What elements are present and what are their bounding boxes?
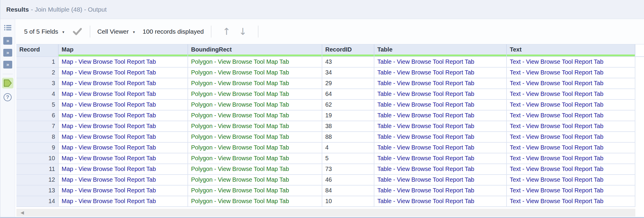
cell-record_id[interactable]: 62 [322,100,374,110]
fields-dropdown[interactable]: 5 of 5 Fields ▾ [24,28,64,35]
cell-record_id[interactable]: 5 [322,153,374,164]
cell-bounding_rect[interactable]: Polygon - View Browse Tool Map Tab [188,175,322,186]
cell-map[interactable]: Map - View Browse Tool Report Tab [59,186,188,196]
cell-text[interactable]: Text - View Browse Tool Report Tab [507,196,635,207]
apply-check-icon[interactable] [72,27,83,36]
cell-text[interactable]: Text - View Browse Tool Report Tab [507,121,635,132]
scroll-down-button[interactable]: ↓ [239,27,247,36]
cell-map[interactable]: Map - View Browse Tool Report Tab [59,121,188,132]
cell-record_id[interactable]: 64 [322,89,374,100]
cell-table[interactable]: Table - View Browse Tool Report Tab [374,100,507,110]
cell-record[interactable]: 11 [16,164,59,175]
cell-map[interactable]: Map - View Browse Tool Report Tab [59,175,188,186]
cell-map[interactable]: Map - View Browse Tool Report Tab [59,68,188,78]
cell-record[interactable]: 6 [16,110,59,121]
input-anchor-2-icon[interactable]: » [3,49,12,57]
cell-text[interactable]: Text - View Browse Tool Report Tab [507,57,635,68]
cell-bounding_rect[interactable]: Polygon - View Browse Tool Map Tab [188,100,322,110]
cell-map[interactable]: Map - View Browse Tool Report Tab [59,78,188,89]
cell-text[interactable]: Text - View Browse Tool Report Tab [507,164,635,175]
cell-record[interactable]: 12 [16,175,59,186]
cell-table[interactable]: Table - View Browse Tool Report Tab [374,78,507,89]
scroll-left-icon[interactable]: ◀ [21,210,24,215]
cell-text[interactable]: Text - View Browse Tool Report Tab [507,110,635,121]
cell-bounding_rect[interactable]: Polygon - View Browse Tool Map Tab [188,57,322,68]
cell-record_id[interactable]: 84 [322,186,374,196]
cell-record_id[interactable]: 19 [322,110,374,121]
cell-bounding_rect[interactable]: Polygon - View Browse Tool Map Tab [188,110,322,121]
cell-record[interactable]: 13 [16,186,59,196]
cell-record[interactable]: 14 [16,196,59,207]
cell-text[interactable]: Text - View Browse Tool Report Tab [507,143,635,153]
cell-record[interactable]: 9 [16,143,59,153]
cell-text[interactable]: Text - View Browse Tool Report Tab [507,78,635,89]
cell-text[interactable]: Text - View Browse Tool Report Tab [507,132,635,143]
help-icon[interactable]: ? [4,93,12,101]
column-header-table[interactable]: Table [374,44,507,56]
cell-record_id[interactable]: 73 [322,164,374,175]
cell-map[interactable]: Map - View Browse Tool Report Tab [59,89,188,100]
cell-map[interactable]: Map - View Browse Tool Report Tab [59,57,188,68]
column-header-bounding_rect[interactable]: BoundingRect [188,44,322,56]
cell-text[interactable]: Text - View Browse Tool Report Tab [507,153,635,164]
column-header-map[interactable]: Map [59,44,188,56]
output-anchor-icon[interactable] [2,78,13,88]
scroll-up-button[interactable]: ↑ [223,27,231,36]
input-anchor-3-icon[interactable]: » [3,61,12,68]
cell-bounding_rect[interactable]: Polygon - View Browse Tool Map Tab [188,196,322,207]
cell-record[interactable]: 3 [16,78,59,89]
cell-record[interactable]: 4 [16,89,59,100]
cell-table[interactable]: Table - View Browse Tool Report Tab [374,143,507,153]
cell-record_id[interactable]: 43 [322,57,374,68]
cell-map[interactable]: Map - View Browse Tool Report Tab [59,153,188,164]
cell-table[interactable]: Table - View Browse Tool Report Tab [374,132,507,143]
cell-record[interactable]: 5 [16,100,59,110]
cell-record_id[interactable]: 4 [322,143,374,153]
cell-table[interactable]: Table - View Browse Tool Report Tab [374,121,507,132]
cell-table[interactable]: Table - View Browse Tool Report Tab [374,164,507,175]
cell-text[interactable]: Text - View Browse Tool Report Tab [507,68,635,78]
cell-bounding_rect[interactable]: Polygon - View Browse Tool Map Tab [188,89,322,100]
cell-record[interactable]: 2 [16,68,59,78]
cell-table[interactable]: Table - View Browse Tool Report Tab [374,110,507,121]
cell-record_id[interactable]: 10 [322,196,374,207]
cell-map[interactable]: Map - View Browse Tool Report Tab [59,196,188,207]
cell-map[interactable]: Map - View Browse Tool Report Tab [59,143,188,153]
cell-text[interactable]: Text - View Browse Tool Report Tab [507,186,635,196]
horizontal-scrollbar[interactable]: ◀ [16,209,635,217]
cell-text[interactable]: Text - View Browse Tool Report Tab [507,89,635,100]
cell-bounding_rect[interactable]: Polygon - View Browse Tool Map Tab [188,78,322,89]
cell-bounding_rect[interactable]: Polygon - View Browse Tool Map Tab [188,186,322,196]
column-header-text[interactable]: Text [507,44,635,56]
cell-record[interactable]: 1 [16,57,59,68]
input-anchor-1-icon[interactable]: » [3,37,12,45]
cell-map[interactable]: Map - View Browse Tool Report Tab [59,110,188,121]
cell-map[interactable]: Map - View Browse Tool Report Tab [59,100,188,110]
cell-table[interactable]: Table - View Browse Tool Report Tab [374,68,507,78]
cell-record_id[interactable]: 34 [322,68,374,78]
cell-record_id[interactable]: 38 [322,121,374,132]
column-header-record[interactable]: Record [16,44,59,56]
cell-text[interactable]: Text - View Browse Tool Report Tab [507,175,635,186]
cell-bounding_rect[interactable]: Polygon - View Browse Tool Map Tab [188,121,322,132]
cell-record_id[interactable]: 88 [322,132,374,143]
cell-table[interactable]: Table - View Browse Tool Report Tab [374,186,507,196]
cell-table[interactable]: Table - View Browse Tool Report Tab [374,175,507,186]
cell-map[interactable]: Map - View Browse Tool Report Tab [59,132,188,143]
cell-table[interactable]: Table - View Browse Tool Report Tab [374,196,507,207]
cell-bounding_rect[interactable]: Polygon - View Browse Tool Map Tab [188,164,322,175]
cell-bounding_rect[interactable]: Polygon - View Browse Tool Map Tab [188,68,322,78]
metadata-list-icon[interactable] [3,24,12,32]
cell-map[interactable]: Map - View Browse Tool Report Tab [59,164,188,175]
cell-record[interactable]: 8 [16,132,59,143]
cell-table[interactable]: Table - View Browse Tool Report Tab [374,57,507,68]
cell-record[interactable]: 10 [16,153,59,164]
cell-table[interactable]: Table - View Browse Tool Report Tab [374,153,507,164]
cell-bounding_rect[interactable]: Polygon - View Browse Tool Map Tab [188,143,322,153]
cell-record[interactable]: 7 [16,121,59,132]
cell-table[interactable]: Table - View Browse Tool Report Tab [374,89,507,100]
column-header-record_id[interactable]: RecordID [322,44,374,56]
cell-bounding_rect[interactable]: Polygon - View Browse Tool Map Tab [188,132,322,143]
cell-bounding_rect[interactable]: Polygon - View Browse Tool Map Tab [188,153,322,164]
cell-text[interactable]: Text - View Browse Tool Report Tab [507,100,635,110]
